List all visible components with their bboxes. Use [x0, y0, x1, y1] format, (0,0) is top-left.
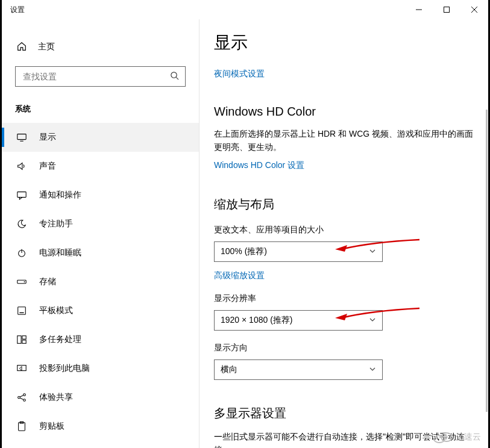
- share-icon: [16, 392, 27, 403]
- speaker-icon: [16, 161, 27, 172]
- chevron-down-icon: [369, 365, 376, 375]
- content-pane[interactable]: 显示 夜间模式设置 Windows HD Color 在上面所选择的显示器上让 …: [199, 19, 488, 448]
- svg-point-20: [445, 437, 447, 440]
- sidebar-item-label: 存储: [39, 276, 56, 287]
- svg-rect-11: [22, 340, 26, 343]
- sidebar-item-display[interactable]: 显示: [2, 123, 199, 152]
- power-icon: [16, 247, 27, 258]
- moon-icon: [16, 219, 27, 229]
- sidebar-item-multitask[interactable]: 多任务处理: [2, 325, 199, 354]
- sidebar-item-label: 声音: [39, 161, 56, 172]
- sidebar-item-label: 通知和操作: [39, 190, 81, 201]
- sidebar-item-label: 专注助手: [39, 219, 73, 229]
- project-icon: [16, 363, 27, 374]
- sidebar-item-label: 电源和睡眠: [39, 247, 81, 258]
- search-icon: [170, 71, 179, 82]
- window-controls: [405, 0, 488, 19]
- scale-combobox[interactable]: 100% (推荐): [214, 241, 383, 262]
- monitor-icon: [16, 132, 27, 143]
- night-mode-link[interactable]: 夜间模式设置: [214, 69, 474, 79]
- minimize-button[interactable]: [405, 0, 433, 19]
- hd-color-heading: Windows HD Color: [214, 105, 474, 119]
- scale-value: 100% (推荐): [221, 246, 267, 257]
- chevron-down-icon: [369, 316, 376, 325]
- watermark-text: 亿速云: [456, 432, 481, 443]
- sidebar-item-clipboard[interactable]: 剪贴板: [2, 412, 199, 441]
- svg-rect-3: [17, 192, 26, 198]
- search-input[interactable]: [16, 72, 185, 81]
- sidebar-item-focus[interactable]: 专注助手: [2, 210, 199, 238]
- titlebar: 设置: [2, 0, 488, 19]
- maximize-button[interactable]: [433, 0, 460, 19]
- svg-point-13: [18, 396, 20, 399]
- hd-color-text: 在上面所选择的显示器上让 HDR 和 WCG 视频、游戏和应用中的画面更明亮、更…: [214, 127, 474, 154]
- scale-layout-heading: 缩放与布局: [214, 196, 474, 213]
- svg-rect-16: [19, 423, 25, 431]
- multitask-icon: [16, 334, 27, 345]
- hd-color-link[interactable]: Windows HD Color 设置: [214, 160, 474, 171]
- scale-label: 更改文本、应用等项目的大小: [214, 225, 474, 235]
- tablet-icon: [16, 305, 27, 316]
- sidebar-item-shared[interactable]: 体验共享: [2, 383, 199, 412]
- advanced-scale-link[interactable]: 高级缩放设置: [214, 270, 474, 281]
- sidebar-item-label: 体验共享: [39, 392, 73, 403]
- orientation-combobox[interactable]: 横向: [214, 359, 383, 380]
- sidebar-item-label: 多任务处理: [39, 334, 81, 345]
- annotation-arrow: [335, 307, 419, 325]
- search-box[interactable]: [15, 66, 186, 87]
- sidebar-item-label: 投影到此电脑: [39, 363, 90, 374]
- resolution-label: 显示分辨率: [214, 293, 474, 304]
- sidebar-section-label: 系统: [2, 87, 199, 123]
- orientation-value: 横向: [221, 364, 237, 375]
- multi-monitor-heading: 多显示器设置: [214, 405, 474, 422]
- home-label: 主页: [38, 42, 55, 52]
- svg-rect-0: [444, 7, 450, 13]
- svg-rect-10: [22, 336, 26, 339]
- sidebar-item-notifications[interactable]: 通知和操作: [2, 181, 199, 210]
- drive-icon: [16, 276, 27, 287]
- svg-point-19: [441, 433, 452, 441]
- sidebar-item-sound[interactable]: 声音: [2, 152, 199, 181]
- sidebar-item-tablet[interactable]: 平板模式: [2, 296, 199, 325]
- sidebar-item-label: 剪贴板: [39, 421, 64, 432]
- svg-point-18: [434, 435, 445, 443]
- nav-list: 显示 声音 通知和操作: [2, 123, 199, 441]
- svg-rect-8: [19, 313, 24, 313]
- close-button[interactable]: [460, 0, 488, 19]
- resolution-value: 1920 × 1080 (推荐): [221, 315, 292, 326]
- svg-point-14: [24, 394, 26, 396]
- sidebar: 主页 系统 显示: [2, 19, 199, 448]
- svg-rect-7: [18, 307, 26, 315]
- window-title: 设置: [10, 5, 25, 15]
- sidebar-item-storage[interactable]: 存储: [2, 267, 199, 296]
- scrollbar[interactable]: [486, 110, 488, 412]
- chevron-down-icon: [369, 247, 376, 257]
- sidebar-item-label: 平板模式: [39, 305, 73, 316]
- watermark: 亿速云: [433, 431, 481, 443]
- svg-point-1: [171, 72, 177, 78]
- svg-point-6: [24, 281, 25, 282]
- clipboard-icon: [16, 421, 27, 432]
- svg-rect-2: [17, 134, 26, 140]
- sidebar-item-power[interactable]: 电源和睡眠: [2, 238, 199, 267]
- home-icon: [16, 41, 27, 54]
- annotation-arrow: [335, 238, 419, 257]
- sidebar-item-label: 显示: [39, 132, 56, 143]
- orientation-label: 显示方向: [214, 343, 474, 353]
- svg-rect-9: [17, 336, 21, 344]
- chat-icon: [16, 190, 27, 201]
- svg-point-15: [24, 399, 26, 402]
- page-title: 显示: [214, 31, 474, 54]
- sidebar-item-projecting[interactable]: 投影到此电脑: [2, 354, 199, 383]
- home-link[interactable]: 主页: [2, 34, 199, 60]
- resolution-combobox[interactable]: 1920 × 1080 (推荐): [214, 310, 383, 331]
